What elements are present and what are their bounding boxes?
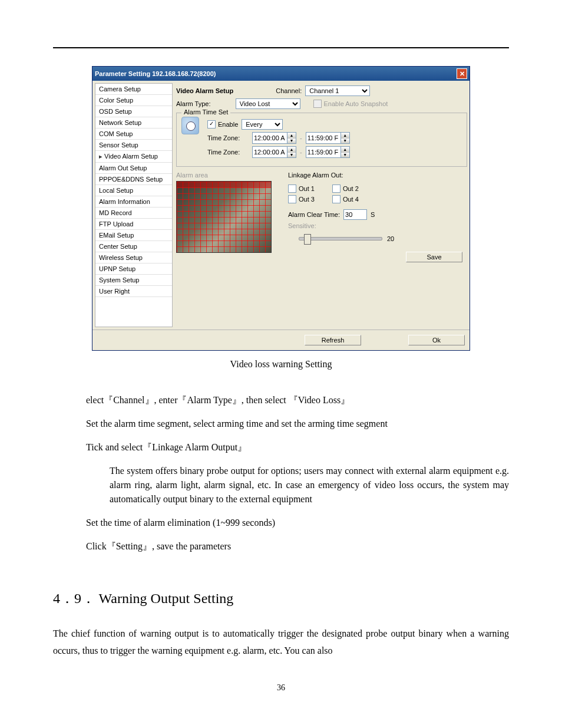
alarm-clear-unit: S bbox=[371, 211, 375, 218]
channel-select[interactable]: Channel 1 bbox=[305, 85, 370, 96]
time-from-1[interactable]: ▲▼ bbox=[252, 132, 296, 144]
sensitive-slider[interactable]: 20 bbox=[288, 235, 467, 242]
doc-line: Set the alarm time segment, select armin… bbox=[86, 417, 509, 431]
out4-checkbox[interactable]: Out 4 bbox=[332, 195, 359, 203]
alarm-clear-input[interactable] bbox=[343, 209, 367, 220]
panel-title: Video Alarm Setup bbox=[176, 87, 233, 94]
time-from-2[interactable]: ▲▼ bbox=[252, 146, 296, 158]
alarm-clear-label: Alarm Clear Time: bbox=[288, 211, 340, 218]
sidebar-item[interactable]: Sensor Setup bbox=[95, 140, 172, 151]
doc-line: elect『Channel』, enter『Alarm Type』, then … bbox=[86, 393, 509, 407]
parameter-setting-dialog: Parameter Setting 192.168.168.72(8200) ✕… bbox=[92, 66, 470, 351]
sidebar-item[interactable]: FTP Upload bbox=[95, 219, 172, 230]
enable-auto-snapshot-checkbox: Enable Auto Snapshot bbox=[313, 100, 388, 108]
doc-line: Set the time of alarm elimination (1~999… bbox=[86, 516, 509, 530]
alarm-area-label: Alarm area bbox=[176, 172, 276, 179]
out2-checkbox[interactable]: Out 2 bbox=[332, 185, 359, 193]
document-body: elect『Channel』, enter『Alarm Type』, then … bbox=[53, 393, 509, 554]
sidebar-item[interactable]: Color Setup bbox=[95, 95, 172, 106]
sidebar-item[interactable]: System Setup bbox=[95, 275, 172, 286]
time-to-2[interactable]: ▲▼ bbox=[306, 146, 350, 158]
sidebar: Camera Setup Color Setup OSD Setup Netwo… bbox=[95, 83, 173, 327]
alarm-type-label: Alarm Type: bbox=[176, 100, 211, 107]
out1-checkbox[interactable]: Out 1 bbox=[288, 185, 315, 193]
group-legend: Alarm Time Set bbox=[181, 108, 230, 116]
sidebar-item[interactable]: Alarm Information bbox=[95, 196, 172, 207]
sidebar-item[interactable]: Local Setup bbox=[95, 185, 172, 196]
every-select[interactable]: Every bbox=[242, 119, 283, 130]
sidebar-item[interactable]: User Right bbox=[95, 286, 172, 297]
sidebar-item[interactable]: EMail Setup bbox=[95, 230, 172, 241]
sidebar-item[interactable]: COM Setup bbox=[95, 129, 172, 140]
ok-button[interactable]: Ok bbox=[408, 335, 465, 345]
doc-line: Click『Setting』, save the parameters bbox=[86, 539, 509, 554]
clock-icon bbox=[181, 117, 199, 134]
sidebar-item[interactable]: UPNP Setup bbox=[95, 263, 172, 275]
sidebar-item[interactable]: PPPOE&DDNS Setup bbox=[95, 174, 172, 185]
sidebar-item[interactable]: MD Record bbox=[95, 207, 172, 219]
sensitive-label: Sensitive: bbox=[288, 222, 316, 229]
section-number: 4．9． bbox=[53, 591, 95, 606]
panel: Video Alarm Setup Channel: Channel 1 Ala… bbox=[176, 83, 467, 327]
timezone-label: Time Zone: bbox=[207, 149, 249, 156]
bottom-bar: Refresh Ok bbox=[92, 330, 470, 350]
out3-checkbox[interactable]: Out 3 bbox=[288, 195, 315, 203]
section-title: Warning Output Setting bbox=[99, 591, 234, 606]
doc-line: Tick and select『Linkage Alarm Output』 bbox=[86, 440, 509, 454]
alarm-area-preview[interactable] bbox=[176, 181, 272, 253]
timezone-label: Time Zone: bbox=[207, 134, 249, 141]
sidebar-item[interactable]: Network Setup bbox=[95, 117, 172, 129]
refresh-button[interactable]: Refresh bbox=[305, 335, 361, 345]
sensitive-value: 20 bbox=[387, 235, 394, 242]
alarm-type-select[interactable]: Video Lost bbox=[236, 98, 300, 109]
close-icon[interactable]: ✕ bbox=[457, 68, 467, 79]
page-number: 36 bbox=[53, 683, 509, 693]
doc-line: The system offers binary probe output fo… bbox=[110, 464, 509, 506]
sidebar-item[interactable]: Camera Setup bbox=[95, 84, 172, 95]
section-body: The chief function of warning output is … bbox=[53, 625, 509, 660]
save-button[interactable]: Save bbox=[406, 252, 462, 262]
sidebar-item[interactable]: OSD Setup bbox=[95, 106, 172, 117]
time-to-1[interactable]: ▲▼ bbox=[306, 132, 350, 144]
figure-caption: Video loss warning Setting bbox=[53, 359, 509, 370]
alarm-time-set-group: Alarm Time Set Enable Every bbox=[176, 113, 467, 167]
sidebar-item[interactable]: Wireless Setup bbox=[95, 252, 172, 263]
sidebar-item[interactable]: Alarm Out Setup bbox=[95, 163, 172, 174]
channel-label: Channel: bbox=[276, 87, 302, 94]
window-title: Parameter Setting 192.168.168.72(8200) bbox=[95, 70, 216, 77]
linkage-title: Linkage Alarm Out: bbox=[288, 172, 467, 179]
sidebar-item[interactable]: Center Setup bbox=[95, 241, 172, 252]
titlebar: Parameter Setting 192.168.168.72(8200) ✕ bbox=[92, 67, 470, 81]
enable-checkbox[interactable]: Enable bbox=[207, 120, 238, 129]
section-heading: 4．9． Warning Output Setting bbox=[53, 589, 509, 608]
sidebar-item-video-alarm[interactable]: Video Alarm Setup bbox=[95, 151, 172, 163]
